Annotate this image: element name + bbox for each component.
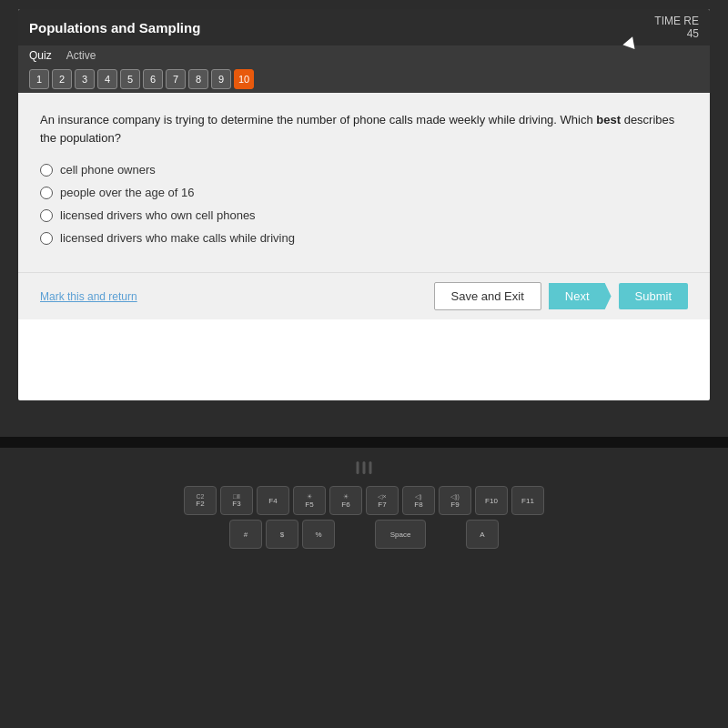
- quiz-content: An insurance company is trying to determ…: [18, 93, 710, 272]
- question-num-8[interactable]: 8: [188, 69, 208, 89]
- footer-buttons: Save and Exit Next Submit: [434, 282, 688, 310]
- key-f6[interactable]: ☀ F6: [329, 486, 362, 515]
- option-d-label: licensed drivers who make calls while dr…: [60, 231, 295, 245]
- option-a[interactable]: cell phone owners: [40, 163, 688, 177]
- question-num-2[interactable]: 2: [52, 69, 72, 89]
- laptop-body: C2 F2 □II F3 F4 ☀ F5 ☀ F6: [0, 437, 728, 728]
- save-exit-button[interactable]: Save and Exit: [434, 282, 541, 310]
- question-text: An insurance company is trying to determ…: [40, 111, 688, 147]
- key-hash[interactable]: #: [229, 520, 262, 549]
- question-numbers-bar: 1 2 3 4 5 6 7 8 9 10: [18, 66, 710, 93]
- option-d[interactable]: licensed drivers who make calls while dr…: [40, 231, 688, 245]
- time-display: TIME RE 45: [654, 15, 699, 40]
- quiz-footer: Mark this and return Save and Exit Next …: [18, 272, 710, 319]
- key-percent[interactable]: %: [302, 520, 335, 549]
- key-f10[interactable]: F10: [475, 486, 508, 515]
- key-f3[interactable]: □II F3: [220, 486, 253, 515]
- key-dollar[interactable]: $: [266, 520, 298, 549]
- option-a-label: cell phone owners: [60, 163, 156, 177]
- key-f8[interactable]: ◁) F8: [402, 486, 435, 515]
- quiz-label: Quiz: [29, 49, 52, 62]
- question-num-4[interactable]: 4: [97, 69, 117, 89]
- key-space[interactable]: Space: [375, 520, 426, 549]
- key-f5[interactable]: ☀ F5: [293, 486, 326, 515]
- mark-return-link[interactable]: Mark this and return: [40, 290, 137, 303]
- radio-a[interactable]: [40, 164, 53, 177]
- sub-header: Quiz Active: [18, 46, 710, 66]
- next-button[interactable]: Next: [549, 283, 612, 309]
- question-num-7[interactable]: 7: [166, 69, 186, 89]
- key-f11[interactable]: F11: [511, 486, 544, 515]
- radio-c[interactable]: [40, 209, 53, 222]
- option-b[interactable]: people over the age of 16: [40, 186, 688, 199]
- question-num-10[interactable]: 10: [234, 69, 254, 89]
- radio-d[interactable]: [40, 232, 53, 245]
- app-window: Populations and Sampling TIME RE 45 Quiz…: [18, 9, 710, 400]
- tp-line-1: [357, 461, 359, 474]
- tp-line-2: [363, 461, 366, 474]
- header-bar: Populations and Sampling TIME RE 45: [18, 9, 710, 46]
- laptop-hinge: [0, 437, 728, 448]
- key-f2[interactable]: C2 F2: [184, 486, 217, 515]
- fn-row: C2 F2 □II F3 F4 ☀ F5 ☀ F6: [18, 486, 710, 515]
- option-c[interactable]: licensed drivers who own cell phones: [40, 208, 688, 222]
- key-f4[interactable]: F4: [257, 486, 289, 515]
- question-num-3[interactable]: 3: [75, 69, 95, 89]
- radio-b[interactable]: [40, 187, 53, 199]
- submit-button[interactable]: Submit: [619, 283, 688, 309]
- key-spacer1: [339, 520, 371, 549]
- option-b-label: people over the age of 16: [60, 186, 194, 199]
- question-num-1[interactable]: 1: [29, 69, 49, 89]
- key-f9[interactable]: ◁)) F9: [439, 486, 471, 515]
- key-spacer2: [430, 520, 462, 549]
- keyboard: C2 F2 □II F3 F4 ☀ F5 ☀ F6: [18, 486, 710, 549]
- question-num-9[interactable]: 9: [211, 69, 231, 89]
- symbol-row: # $ % Space A: [18, 520, 710, 549]
- touchpad-indicator: [357, 461, 372, 474]
- page-title: Populations and Sampling: [29, 20, 200, 35]
- option-c-label: licensed drivers who own cell phones: [60, 208, 256, 222]
- key-a[interactable]: A: [466, 520, 499, 549]
- active-label: Active: [66, 49, 96, 62]
- tp-line-3: [369, 461, 372, 474]
- key-f7[interactable]: ◁× F7: [366, 486, 399, 515]
- question-num-6[interactable]: 6: [143, 69, 163, 89]
- keyboard-area: C2 F2 □II F3 F4 ☀ F5 ☀ F6: [0, 448, 728, 728]
- question-num-5[interactable]: 5: [120, 69, 140, 89]
